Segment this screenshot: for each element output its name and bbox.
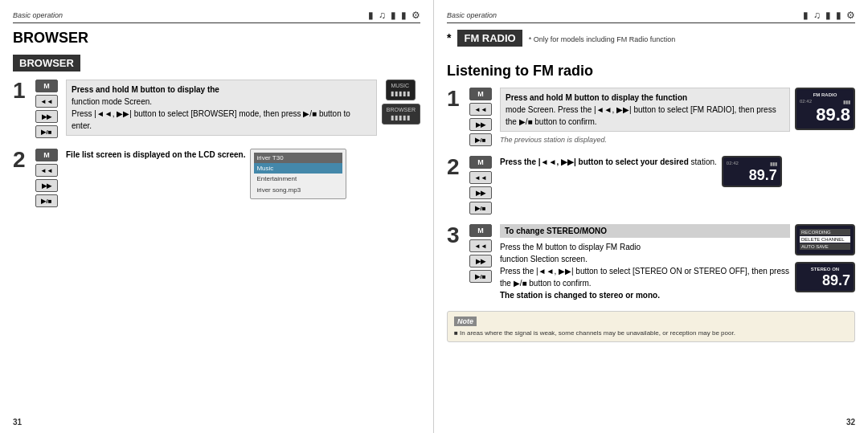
rec-item-2: DELETE CHANNEL	[800, 236, 850, 243]
step-1-buttons: M ◄◄ ▶▶ ▶/■	[35, 80, 58, 138]
fm-step-1-highlight: Press and hold M button to display the f…	[500, 88, 790, 132]
right-main-title: Listening to FM radio	[447, 63, 855, 80]
step-1-image: MUSIC ▮▮▮▮▮ BROWSER ▮▮▮▮▮	[382, 80, 420, 125]
note-box: Note ■ In areas where the signal is weak…	[447, 311, 855, 342]
step-2-number: 2	[13, 149, 29, 171]
manual-page: Basic operation ▮ ♫ ▮ ▮ ⚙ BROWSER BROWSE…	[0, 0, 868, 433]
fm-next-button[interactable]: ▶▶	[469, 118, 492, 131]
prev-button[interactable]: ◄◄	[35, 95, 58, 108]
fm-step-2-text: Press the |◄◄, ▶▶| button to select your…	[500, 156, 717, 168]
photo-icon: ▮	[391, 10, 396, 21]
right-page: Basic operation ▮ ♫ ▮ ▮ ⚙ * FM RADIO * O…	[434, 0, 868, 433]
fm-step-3-buttons: M ◄◄ ▶▶ ▶/■	[469, 224, 492, 283]
fm-step-2-content: Press the |◄◄, ▶▶| button to select your…	[500, 156, 717, 168]
fm-step3-m-button[interactable]: M	[469, 224, 492, 237]
note-title: Note	[454, 317, 477, 326]
fm-step-3-inner: M ◄◄ ▶▶ ▶/■ To change STEREO/MONO Press …	[469, 224, 855, 301]
settings-icon: ⚙	[411, 10, 420, 21]
fm-step2-prev-button[interactable]: ◄◄	[469, 171, 492, 184]
fm-step-1-image: FM RADIO 02:42 ▮▮▮ 89.8	[795, 88, 855, 130]
file-list: iriver T30 Music Entertainment iriver so…	[250, 149, 346, 199]
recording-screen: RECORDING DELETE CHANNEL AUTO SAVE	[795, 224, 855, 255]
fm-step-2-inner: M ◄◄ ▶▶ ▶/■ Press the |◄◄, ▶▶| button to…	[469, 156, 782, 214]
step-2-text: File list screen is displayed on the LCD…	[66, 149, 245, 161]
step2-play-button[interactable]: ▶/■	[35, 194, 58, 207]
fm-step-3-images: RECORDING DELETE CHANNEL AUTO SAVE STERE…	[795, 224, 855, 292]
fm-step-3-title: To change STEREO/MONO	[500, 224, 790, 238]
radio-screen-1: FM RADIO 02:42 ▮▮▮ 89.8	[795, 88, 855, 130]
radio-freq-3: 89.7	[800, 273, 850, 288]
left-header-title: Basic operation	[13, 11, 63, 19]
folder-icon: ▮	[368, 10, 374, 21]
previous-station-text: The previous station is displayed.	[500, 135, 790, 146]
fm-step-3-content: To change STEREO/MONO Press the M button…	[500, 224, 790, 301]
fm-m-button[interactable]: M	[469, 88, 492, 100]
page-number-right: 32	[846, 418, 855, 427]
browser-screen: BROWSER ▮▮▮▮▮	[382, 104, 420, 125]
fm-step-1-number: 1	[447, 88, 463, 110]
step-1: 1 M ◄◄ ▶▶ ▶/■ Press and hold M button to…	[13, 80, 420, 139]
step2-prev-button[interactable]: ◄◄	[35, 164, 58, 177]
fm-step-2-number: 2	[447, 156, 463, 178]
fm-step-1-buttons: M ◄◄ ▶▶ ▶/■	[469, 88, 492, 146]
step-2-content: File list screen is displayed on the LCD…	[66, 149, 245, 161]
radio-freq-2: 89.7	[727, 168, 777, 182]
r-music-note-icon: ♫	[813, 10, 821, 21]
m-button[interactable]: M	[35, 80, 58, 92]
page-number-left: 31	[13, 418, 22, 427]
fm-note-small: * Only for models including FM Radio fun…	[529, 35, 676, 43]
fm-step-1: 1 M ◄◄ ▶▶ ▶/■ Press and hold M button to…	[447, 88, 855, 146]
fm-step-1-inner: M ◄◄ ▶▶ ▶/■ Press and hold M button to d…	[469, 88, 855, 146]
fm-prev-button[interactable]: ◄◄	[469, 103, 492, 116]
step-2-inner: M ◄◄ ▶▶ ▶/■ File list screen is displaye…	[35, 149, 346, 207]
next-button[interactable]: ▶▶	[35, 110, 58, 123]
text-icon: ▮	[401, 10, 407, 21]
r-folder-icon: ▮	[803, 10, 809, 21]
file-list-item-1: Entertainment	[254, 174, 342, 184]
left-page: Basic operation ▮ ♫ ▮ ▮ ⚙ BROWSER BROWSE…	[0, 0, 434, 433]
fm-step3-prev-button[interactable]: ◄◄	[469, 239, 492, 252]
right-section-title: FM RADIO	[457, 30, 522, 47]
radio-freq-1: 89.8	[800, 106, 850, 124]
file-list-item-2: iriver song.mp3	[254, 185, 342, 195]
left-header: Basic operation ▮ ♫ ▮ ▮ ⚙	[13, 10, 420, 23]
fm-play-button[interactable]: ▶/■	[469, 133, 492, 146]
step-1-text: Press and hold M button to display the f…	[72, 84, 371, 132]
step-1-number: 1	[13, 80, 29, 102]
step-1-highlight: Press and hold M button to display the f…	[66, 80, 377, 136]
fm-step-3-number: 3	[447, 224, 463, 247]
step-1-content: Press and hold M button to display the f…	[66, 80, 377, 139]
left-section-title: BROWSER	[13, 55, 80, 71]
fm-step-1-content: Press and hold M button to display the f…	[500, 88, 790, 146]
fm-step3-play-button[interactable]: ▶/■	[469, 270, 492, 283]
r-photo-icon: ▮	[825, 10, 831, 21]
step2-next-button[interactable]: ▶▶	[35, 179, 58, 192]
radio-screen-2: 02:42 ▮▮▮ 89.7	[722, 156, 782, 187]
fm-step2-next-button[interactable]: ▶▶	[469, 186, 492, 199]
fm-step3-next-button[interactable]: ▶▶	[469, 255, 492, 268]
step-2: 2 M ◄◄ ▶▶ ▶/■ File list screen is displa…	[13, 149, 420, 207]
rec-item-3: AUTO SAVE	[800, 243, 850, 250]
fm-step-2: 2 M ◄◄ ▶▶ ▶/■ Press the |◄◄, ▶▶| button …	[447, 156, 855, 214]
right-header-icons: ▮ ♫ ▮ ▮ ⚙	[803, 10, 855, 21]
rec-item-1: RECORDING	[800, 229, 850, 235]
file-list-header: iriver T30	[254, 153, 342, 163]
fm-step2-play-button[interactable]: ▶/■	[469, 202, 492, 214]
r-settings-icon: ⚙	[846, 10, 855, 21]
music-screen: MUSIC ▮▮▮▮▮	[386, 80, 416, 100]
note-text: ■ In areas where the signal is weak, som…	[454, 329, 848, 337]
fm-title-row: * FM RADIO * Only for models including F…	[447, 30, 855, 55]
music-note-icon: ♫	[379, 10, 386, 21]
r-text-icon: ▮	[836, 10, 841, 21]
fm-step2-m-button[interactable]: M	[469, 156, 492, 169]
fm-step-2-image: 02:42 ▮▮▮ 89.7	[722, 156, 782, 187]
right-header: Basic operation ▮ ♫ ▮ ▮ ⚙	[447, 10, 855, 23]
fm-step-1-text: Press and hold M button to display the f…	[506, 92, 784, 128]
fm-step-2-buttons: M ◄◄ ▶▶ ▶/■	[469, 156, 492, 214]
play-button[interactable]: ▶/■	[35, 125, 58, 138]
left-main-title: BROWSER	[13, 30, 420, 47]
step-2-buttons: M ◄◄ ▶▶ ▶/■	[35, 149, 58, 207]
radio-screen-3: STEREO ON 89.7	[795, 262, 855, 292]
fm-step-3: 3 M ◄◄ ▶▶ ▶/■ To change STEREO/MONO Pres…	[447, 224, 855, 301]
step2-m-button[interactable]: M	[35, 149, 58, 161]
